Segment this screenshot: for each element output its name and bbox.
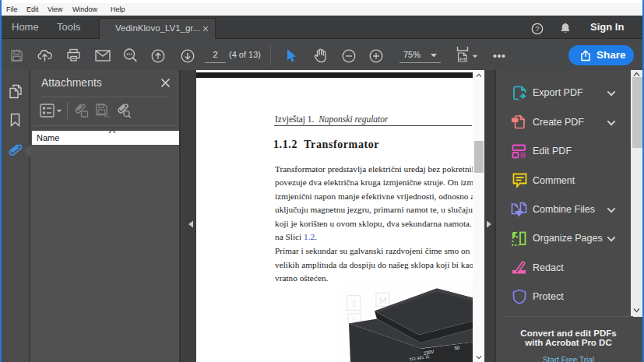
svg-text:?: ? (535, 24, 539, 33)
svg-text:M: M (378, 295, 387, 306)
svg-text:T: T (351, 298, 357, 309)
